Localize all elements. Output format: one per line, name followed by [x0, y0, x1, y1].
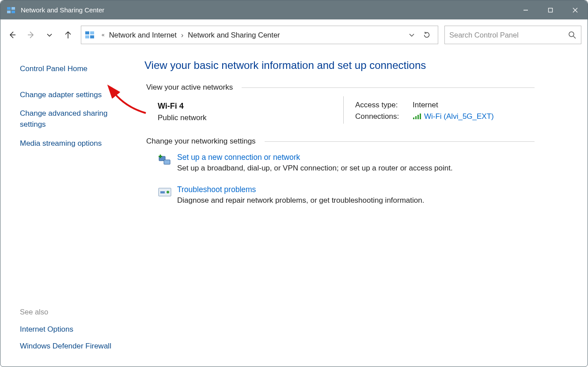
page-heading: View your basic network information and …	[144, 59, 535, 72]
access-type-value: Internet	[413, 101, 438, 110]
maximize-button[interactable]	[538, 0, 563, 19]
svg-rect-11	[85, 31, 89, 34]
sidebar: Control Panel Home Change adapter settin…	[0, 50, 133, 367]
svg-point-28	[167, 191, 169, 193]
minimize-button[interactable]	[513, 0, 538, 19]
section-change-settings: Change your networking settings	[146, 137, 535, 146]
close-button[interactable]	[563, 0, 588, 19]
section-active-networks: View your active networks	[146, 83, 535, 92]
active-network-block: Wi-Fi 4 Public network Access type: Inte…	[158, 99, 535, 124]
connection-link[interactable]: Wi-Fi (Alvi_5G_EXT)	[413, 112, 494, 121]
network-summary: Wi-Fi 4 Public network	[158, 99, 343, 124]
up-button[interactable]	[59, 26, 77, 44]
sidebar-advanced-sharing-link[interactable]: Change advanced sharing settings	[20, 108, 123, 130]
see-also-defender-firewall[interactable]: Windows Defender Firewall	[20, 342, 123, 351]
window-title: Network and Sharing Center	[21, 6, 104, 14]
svg-line-16	[573, 36, 576, 38]
toolbar: « Network and Internet › Network and Sha…	[0, 19, 588, 50]
sidebar-adapter-settings-link[interactable]: Change adapter settings	[20, 90, 123, 101]
svg-rect-14	[90, 35, 94, 38]
wifi-signal-icon	[413, 113, 421, 120]
vertical-divider	[343, 96, 344, 124]
see-also-internet-options[interactable]: Internet Options	[20, 325, 123, 334]
connections-label: Connections:	[355, 112, 413, 121]
sidebar-home-link[interactable]: Control Panel Home	[20, 64, 123, 75]
breadcrumb-overflow-icon[interactable]: «	[102, 32, 105, 38]
svg-rect-12	[90, 31, 94, 34]
back-button[interactable]	[3, 26, 22, 44]
svg-rect-3	[11, 11, 15, 13]
refresh-button[interactable]	[419, 26, 434, 44]
svg-point-15	[569, 32, 574, 37]
svg-rect-18	[415, 116, 417, 119]
svg-rect-5	[549, 8, 553, 12]
divider-line	[265, 141, 535, 142]
svg-rect-13	[85, 35, 89, 38]
search-input[interactable]	[449, 31, 568, 39]
search-box[interactable]	[444, 26, 581, 44]
troubleshoot-item: Troubleshoot problems Diagnose and repai…	[158, 185, 535, 205]
setup-connection-link[interactable]: Set up a new connection or network	[177, 153, 300, 162]
svg-rect-19	[417, 115, 419, 119]
content: Control Panel Home Change adapter settin…	[0, 50, 588, 367]
network-details: Access type: Internet Connections: Wi-Fi…	[355, 99, 494, 124]
address-dropdown[interactable]	[404, 26, 419, 44]
see-also-label: See also	[20, 308, 123, 316]
section-active-label: View your active networks	[146, 83, 233, 92]
search-icon[interactable]	[568, 30, 577, 39]
titlebar: Network and Sharing Center	[0, 0, 588, 19]
access-type-label: Access type:	[355, 101, 413, 110]
svg-rect-27	[160, 191, 165, 193]
setup-connection-item: Set up a new connection or network Set u…	[158, 153, 535, 173]
svg-rect-22	[164, 160, 170, 164]
setup-connection-icon	[158, 153, 177, 173]
troubleshoot-link[interactable]: Troubleshoot problems	[177, 185, 256, 194]
setup-connection-desc: Set up a broadband, dial-up, or VPN conn…	[177, 164, 535, 173]
divider-line	[242, 87, 535, 88]
forward-button[interactable]	[22, 26, 40, 44]
breadcrumb-current[interactable]: Network and Sharing Center	[186, 31, 281, 39]
svg-rect-1	[11, 7, 15, 10]
sidebar-media-streaming-link[interactable]: Media streaming options	[20, 138, 123, 149]
control-panel-icon	[85, 30, 95, 40]
recent-dropdown[interactable]	[40, 26, 59, 44]
section-change-label: Change your networking settings	[146, 137, 256, 146]
breadcrumb-separator-icon: ›	[181, 31, 184, 39]
network-scope: Public network	[158, 114, 343, 122]
troubleshoot-desc: Diagnose and repair network problems, or…	[177, 196, 535, 205]
app-icon	[7, 6, 15, 15]
address-bar[interactable]: « Network and Internet › Network and Sha…	[81, 26, 438, 44]
svg-rect-0	[7, 7, 11, 10]
connection-name: Wi-Fi (Alvi_5G_EXT)	[424, 112, 494, 121]
svg-rect-17	[413, 117, 414, 119]
breadcrumb-parent[interactable]: Network and Internet	[107, 31, 178, 39]
troubleshoot-icon	[158, 185, 177, 205]
svg-rect-20	[420, 114, 421, 119]
network-name: Wi-Fi 4	[158, 102, 343, 111]
main-panel: View your basic network information and …	[133, 50, 588, 367]
svg-rect-2	[7, 11, 11, 13]
